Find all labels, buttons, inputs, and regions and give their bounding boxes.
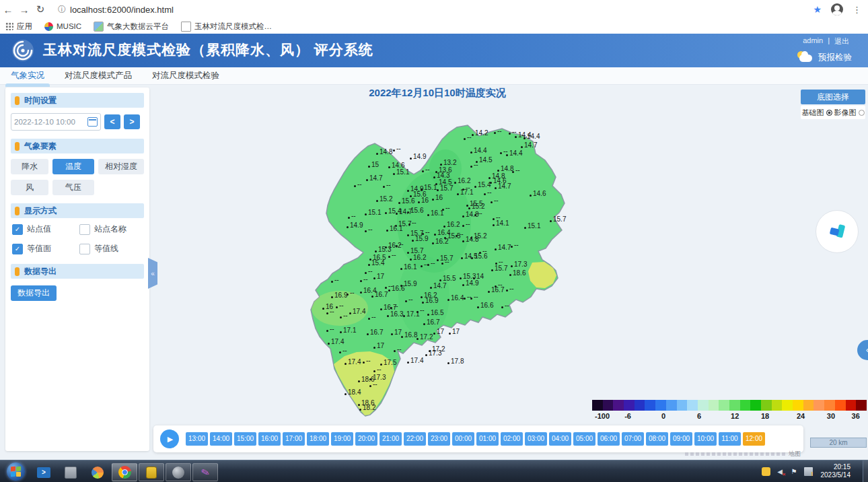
timeline-cell[interactable]: 14:00 <box>210 432 232 446</box>
timeline-cell[interactable]: 08:00 <box>646 432 668 446</box>
timeline-cell[interactable]: 13:00 <box>186 432 208 446</box>
section-title: 气象要素 <box>24 141 57 152</box>
display-option[interactable]: 等值面 <box>12 243 77 254</box>
legend-tick-label: -6 <box>624 412 631 420</box>
logout-link[interactable]: 退出 <box>834 36 849 46</box>
legend-color-segment <box>803 400 814 411</box>
basemap-option[interactable]: 基础图 <box>802 108 832 118</box>
action-center-flag-icon[interactable]: ⚑ <box>790 467 799 476</box>
taskbar-pen-app[interactable]: ✎ <box>192 463 218 481</box>
network-warning-icon[interactable] <box>804 467 813 476</box>
timeline-cell[interactable]: 07:00 <box>622 432 644 446</box>
basemap-select-button[interactable]: 底图选择 <box>801 90 865 104</box>
data-export-button[interactable]: 数据导出 <box>11 285 57 301</box>
bookmark-item[interactable]: 应用 <box>5 22 32 32</box>
timeline-cell[interactable]: 19:00 <box>331 432 353 446</box>
checkbox-icon[interactable] <box>12 244 23 254</box>
calendar-icon[interactable] <box>87 117 98 127</box>
tray-app-icon[interactable] <box>762 467 770 476</box>
browser-menu-icon[interactable]: ⋮ <box>853 5 861 15</box>
timeline-cell[interactable]: 12:00 <box>743 432 765 446</box>
display-option[interactable]: 站点值 <box>12 223 77 235</box>
radio-icon[interactable] <box>826 110 832 116</box>
timeline-cell[interactable]: 00:00 <box>452 432 474 446</box>
timeline-cell[interactable]: 10:00 <box>694 432 717 446</box>
tab[interactable]: 对流尺度模式检验 <box>151 67 221 84</box>
bookmark-item[interactable]: 玉林对流尺度模式检… <box>181 22 272 32</box>
timeline-cell[interactable]: 15:00 <box>234 432 256 446</box>
play-button[interactable]: ▶ <box>160 429 179 448</box>
display-option[interactable]: 站点名称 <box>79 223 144 235</box>
checkbox-icon[interactable] <box>12 224 23 235</box>
sun-cloud-icon <box>796 51 813 63</box>
timeline-cell[interactable]: 11:00 <box>719 432 741 446</box>
datetime-value: 2022-12-10 10:00 <box>14 118 75 126</box>
datetime-input[interactable]: 2022-12-10 10:00 <box>11 113 101 131</box>
timeline-cell[interactable]: 09:00 <box>670 432 692 446</box>
show-desktop-button[interactable] <box>863 460 868 482</box>
timeline-cell[interactable]: 02:00 <box>501 432 523 446</box>
server-icon <box>65 467 77 479</box>
display-option-label: 站点值 <box>27 223 51 235</box>
back-icon[interactable]: ← <box>0 4 16 15</box>
profile-avatar-icon[interactable] <box>831 3 843 15</box>
timeline-cell[interactable]: 06:00 <box>598 432 620 446</box>
timeline-cell[interactable]: 16:00 <box>258 432 281 446</box>
forward-icon[interactable]: → <box>16 4 32 15</box>
element-button[interactable]: 温度 <box>52 159 94 174</box>
timeline-cell[interactable]: 04:00 <box>549 432 571 446</box>
basemap-option[interactable]: 影像图 <box>834 108 865 118</box>
next-time-button[interactable]: > <box>124 114 140 129</box>
display-option-label: 等值线 <box>94 243 118 254</box>
tab[interactable]: 气象实况 <box>9 67 46 84</box>
prev-time-button[interactable]: < <box>104 114 120 129</box>
timeline-cell[interactable]: 18:00 <box>307 432 329 446</box>
display-option[interactable]: 等值线 <box>79 243 144 254</box>
checkbox-icon[interactable] <box>79 224 90 235</box>
timeline-cell[interactable]: 23:00 <box>428 432 450 446</box>
element-button[interactable]: 降水 <box>11 159 48 174</box>
legend-color-segment <box>687 400 698 411</box>
start-button[interactable] <box>7 462 25 481</box>
legend-tick-label: -100 <box>595 412 610 420</box>
mode-switch[interactable]: 预报检验 <box>796 51 852 63</box>
taskbar-chrome[interactable] <box>112 463 137 481</box>
timeline-cell[interactable]: 17:00 <box>283 432 305 446</box>
section-header-display: 显示方式 <box>11 203 144 218</box>
taskbar-server-tool[interactable] <box>58 463 83 481</box>
display-option-label: 等值面 <box>27 243 51 254</box>
bookmark-item[interactable]: 气象大数据云平台 <box>94 22 169 32</box>
radio-icon[interactable] <box>859 110 865 116</box>
reload-icon[interactable]: ↻ <box>32 3 48 15</box>
timeline-cell[interactable]: 03:00 <box>525 432 547 446</box>
checkbox-icon[interactable] <box>79 244 90 254</box>
element-button[interactable]: 风 <box>11 180 48 195</box>
taskbar-powershell[interactable]: > <box>31 463 57 481</box>
address-bar[interactable]: ⓘ localhost:62000/index.html <box>58 4 174 15</box>
timeline-cell[interactable]: 21:00 <box>379 432 402 446</box>
element-button[interactable]: 气压 <box>52 180 94 195</box>
tab[interactable]: 对流尺度模式产品 <box>63 67 133 84</box>
muted-speaker-icon[interactable]: ◀ <box>776 467 785 476</box>
basemap-options: 基础图 影像图 <box>801 106 865 119</box>
taskbar-database-tool[interactable] <box>139 463 164 481</box>
taskbar-globe-app[interactable] <box>166 463 191 481</box>
bookmark-item[interactable]: MUSIC <box>44 22 81 31</box>
taskbar-clock[interactable]: 20:15 2023/5/14 <box>821 463 851 479</box>
timeline-cell[interactable]: 05:00 <box>573 432 595 446</box>
bookmark-star-icon[interactable]: ★ <box>813 4 822 15</box>
taskbar-browser-ball[interactable] <box>85 463 110 481</box>
bookmark-icon <box>5 22 13 30</box>
tab-bar: 气象实况 对流尺度模式产品 对流尺度模式检验 <box>0 67 868 85</box>
region-map[interactable] <box>296 114 606 431</box>
timeline-cell[interactable]: 20:00 <box>355 432 377 446</box>
timeline-cell[interactable]: 22:00 <box>404 432 426 446</box>
element-button[interactable]: 相对湿度 <box>98 159 144 174</box>
windows-taskbar: > ✎ ◀ ⚑ 20:15 2023/5/14 <box>0 460 868 482</box>
bookmark-icon <box>44 22 53 31</box>
panel-expand-button[interactable]: ‹ <box>857 340 868 360</box>
timeline-cell[interactable]: 01:00 <box>476 432 499 446</box>
sidebar-collapse-handle[interactable]: « <box>148 258 157 289</box>
map-scale-bar: 20 km <box>810 438 867 448</box>
site-info-icon[interactable]: ⓘ <box>58 4 66 15</box>
